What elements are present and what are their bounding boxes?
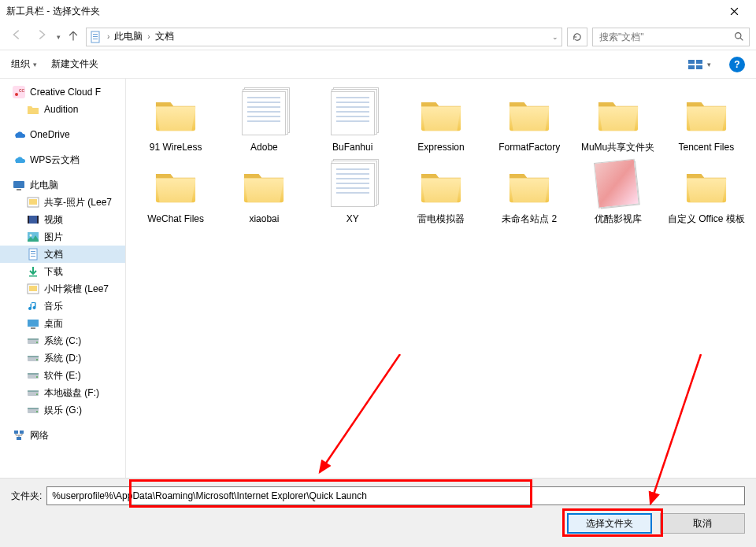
folder-item[interactable]: Tencent Files	[665, 90, 748, 153]
folder-item[interactable]: 91 WireLess	[134, 90, 217, 153]
svg-rect-2	[93, 36, 98, 37]
item-label: 雷电模拟器	[417, 213, 465, 225]
tree-item[interactable]: 图片	[0, 228, 125, 246]
help-button[interactable]: ?	[729, 57, 745, 72]
folder-item[interactable]: 自定义 Office 模板	[665, 161, 748, 225]
recent-locations-dropdown[interactable]: ▾	[57, 33, 61, 41]
folder-item[interactable]: 未命名站点 2	[487, 161, 571, 225]
refresh-icon	[572, 31, 583, 43]
tree-item[interactable]: Audition	[0, 101, 125, 118]
search-input[interactable]	[598, 31, 724, 43]
svg-rect-23	[31, 253, 35, 254]
up-button[interactable]	[65, 29, 81, 45]
folder-path-input[interactable]	[46, 486, 745, 505]
tree-item-label: 娱乐 (G:)	[44, 404, 82, 417]
tree-item[interactable]: 此电脑	[0, 176, 125, 194]
svg-rect-15	[29, 199, 37, 205]
svg-rect-12	[13, 181, 24, 188]
folder-item[interactable]: MuMu共享文件夹	[576, 90, 659, 153]
svg-rect-37	[28, 373, 39, 375]
tree-item-label: 小叶紫檀 (Lee7	[44, 283, 109, 296]
refresh-button[interactable]	[567, 28, 587, 46]
tree-item[interactable]: 软件 (E:)	[0, 367, 125, 384]
photo-stack-icon	[596, 161, 640, 209]
svg-rect-29	[31, 327, 35, 329]
svg-rect-43	[28, 408, 39, 409]
svg-rect-6	[696, 60, 702, 64]
tree-item[interactable]: 下载	[0, 263, 125, 280]
item-label: BuFanhui	[332, 142, 372, 153]
folder-item[interactable]: FormatFactory	[487, 90, 571, 153]
new-folder-button[interactable]: 新建文件夹	[51, 57, 98, 71]
folder-field-label: 文件夹:	[11, 490, 42, 503]
document-location-icon	[90, 31, 102, 43]
svg-rect-40	[28, 390, 39, 392]
svg-rect-47	[17, 437, 21, 440]
select-folder-button[interactable]: 选择文件夹	[567, 513, 652, 534]
svg-point-35	[36, 359, 38, 360]
tree-item[interactable]: 系统 (D:)	[0, 349, 125, 367]
item-label: 未命名站点 2	[502, 213, 557, 225]
navigation-tree[interactable]: ccCreative Cloud FAuditionOneDriveWPS云文档…	[0, 79, 126, 478]
tree-item-label: Audition	[44, 104, 78, 115]
svg-text:cc: cc	[19, 87, 25, 93]
search-box[interactable]	[592, 28, 750, 46]
doc-icon	[27, 248, 39, 261]
view-options-button[interactable]: ▾	[684, 57, 715, 72]
svg-rect-18	[37, 216, 39, 224]
item-label: MuMu共享文件夹	[581, 142, 654, 153]
folder-item[interactable]: BuFanhui	[311, 90, 395, 153]
folder-item[interactable]: 优酷影视库	[576, 161, 659, 225]
tree-item[interactable]: 桌面	[0, 315, 125, 332]
video-icon	[27, 213, 39, 226]
folder-item[interactable]: WeChat Files	[134, 161, 217, 225]
svg-rect-8	[696, 65, 702, 69]
svg-rect-27	[29, 286, 37, 291]
svg-rect-16	[28, 216, 39, 224]
address-bar[interactable]: › 此电脑 › 文档 ⌄	[86, 28, 562, 46]
back-button[interactable]	[6, 28, 27, 46]
address-history-dropdown[interactable]: ⌄	[552, 33, 558, 41]
tree-item[interactable]: ccCreative Cloud F	[0, 83, 125, 101]
tree-item[interactable]: 小叶紫檀 (Lee7	[0, 280, 125, 298]
tree-item[interactable]: WPS云文档	[0, 151, 125, 168]
folder-content-pane[interactable]: 91 WireLessAdobeBuFanhuiExpressionFormat…	[126, 79, 756, 478]
tree-item-label: 共享-照片 (Lee7	[44, 196, 112, 209]
svg-point-32	[36, 342, 38, 343]
svg-point-44	[36, 411, 38, 412]
tree-item[interactable]: 音乐	[0, 298, 125, 315]
photo-icon	[27, 283, 39, 295]
svg-rect-34	[28, 356, 39, 357]
drive-icon	[27, 386, 39, 399]
tree-item-label: Creative Cloud F	[30, 87, 101, 98]
tree-item[interactable]: 本地磁盘 (F:)	[0, 384, 125, 401]
tree-item[interactable]: 系统 (C:)	[0, 332, 125, 349]
tree-item[interactable]: OneDrive	[0, 126, 125, 143]
tree-item[interactable]: 共享-照片 (Lee7	[0, 194, 125, 211]
tree-item[interactable]: 娱乐 (G:)	[0, 401, 125, 419]
tree-item[interactable]: 网络	[0, 427, 125, 444]
folder-item[interactable]: Expression	[399, 90, 483, 153]
tree-item-label: 系统 (C:)	[44, 334, 81, 348]
breadcrumb-this-pc[interactable]: 此电脑	[114, 30, 143, 43]
close-icon	[730, 7, 739, 16]
folder-item[interactable]: xiaobai	[222, 161, 306, 225]
tree-item[interactable]: 视频	[0, 211, 125, 228]
tree-item-label: 软件 (E:)	[44, 369, 81, 383]
svg-rect-28	[28, 320, 39, 327]
close-button[interactable]	[718, 1, 750, 23]
breadcrumb-documents[interactable]: 文档	[155, 30, 174, 43]
organize-menu[interactable]: 组织 ▾	[11, 57, 37, 71]
item-label: xiaobai	[249, 213, 279, 225]
forward-button[interactable]	[32, 28, 52, 46]
search-icon	[734, 31, 744, 42]
item-label: FormatFactory	[498, 142, 560, 153]
tree-item[interactable]: 文档	[0, 246, 125, 263]
folder-item[interactable]: XY	[311, 161, 395, 225]
folder-item[interactable]: Adobe	[222, 90, 306, 153]
item-label: Adobe	[250, 142, 278, 153]
cancel-button[interactable]: 取消	[660, 513, 745, 534]
picture-icon	[27, 231, 39, 243]
folder-item[interactable]: 雷电模拟器	[399, 161, 483, 225]
svg-rect-17	[28, 216, 29, 224]
